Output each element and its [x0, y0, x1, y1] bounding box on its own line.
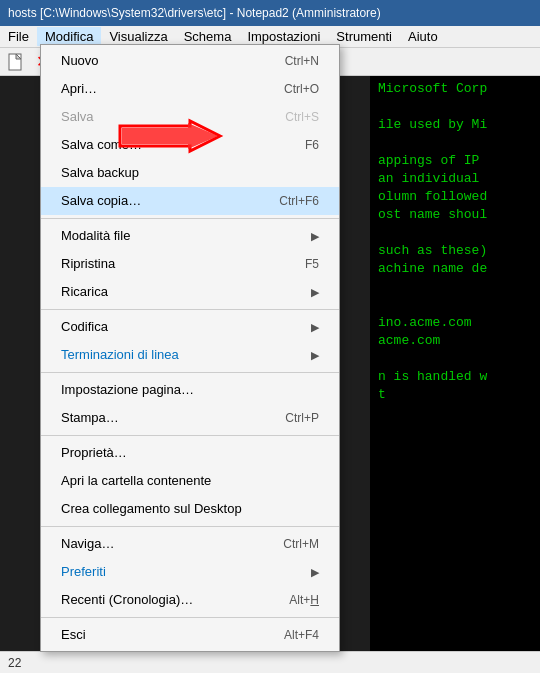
ricarica-arrow-icon: ▶: [311, 282, 319, 302]
status-line-number: 22: [8, 656, 21, 670]
editor-line: [378, 296, 532, 314]
menu-ricarica[interactable]: Ricarica ▶: [41, 278, 339, 306]
menu-proprieta[interactable]: Proprietà…: [41, 439, 339, 467]
menu-nuovo-shortcut: Ctrl+N: [285, 51, 319, 71]
editor-line: [378, 278, 532, 296]
menu-ripristina-shortcut: F5: [305, 254, 319, 274]
editor-line: acme.com: [378, 332, 532, 350]
menu-stampa[interactable]: Stampa… Ctrl+P: [41, 404, 339, 432]
menu-crea-collegamento[interactable]: Crea collegamento sul Desktop: [41, 495, 339, 523]
menu-preferiti-label: Preferiti: [61, 562, 106, 582]
menu-recenti-label: Recenti (Cronologia)…: [61, 590, 193, 610]
editor-line: olumn followed: [378, 188, 532, 206]
menu-crea-collegamento-label: Crea collegamento sul Desktop: [61, 499, 242, 519]
menu-codifica-label: Codifica: [61, 317, 108, 337]
svg-rect-0: [9, 54, 21, 70]
menu-recenti[interactable]: Recenti (Cronologia)… Alt+H: [41, 586, 339, 614]
separator-6: [41, 617, 339, 618]
title-bar: hosts [C:\Windows\System32\drivers\etc] …: [0, 0, 540, 26]
editor-line: ost name shoul: [378, 206, 532, 224]
editor-line: n is handled w: [378, 368, 532, 386]
menu-naviga[interactable]: Naviga… Ctrl+M: [41, 530, 339, 558]
menu-salva-copia[interactable]: Salva copia… Ctrl+F6: [41, 187, 339, 215]
editor-line: ino.acme.com: [378, 314, 532, 332]
menu-apri[interactable]: Apri… Ctrl+O: [41, 75, 339, 103]
menu-recenti-shortcut: Alt+H: [289, 590, 319, 610]
menu-nuovo-label: Nuovo: [61, 51, 99, 71]
menu-esci-shortcut: Alt+F4: [284, 625, 319, 645]
separator-4: [41, 435, 339, 436]
menu-apri-shortcut: Ctrl+O: [284, 79, 319, 99]
menu-salva-copia-label: Salva copia…: [61, 191, 141, 211]
menu-nuovo[interactable]: Nuovo Ctrl+N: [41, 47, 339, 75]
menu-esci-label: Esci: [61, 625, 86, 645]
preferiti-arrow-icon: ▶: [311, 562, 319, 582]
editor-area: Microsoft Corp ile used by Mi appings of…: [370, 76, 540, 673]
editor-line: t: [378, 386, 532, 404]
menu-salva-copia-shortcut: Ctrl+F6: [279, 191, 319, 211]
menu-stampa-shortcut: Ctrl+P: [285, 408, 319, 428]
new-icon: [6, 52, 26, 72]
menu-preferiti[interactable]: Preferiti ▶: [41, 558, 339, 586]
title-text: hosts [C:\Windows\System32\drivers\etc] …: [8, 6, 381, 20]
menu-stampa-label: Stampa…: [61, 408, 119, 428]
menu-proprieta-label: Proprietà…: [61, 443, 127, 463]
editor-line: [378, 98, 532, 116]
modalita-file-arrow-icon: ▶: [311, 226, 319, 246]
menu-ricarica-label: Ricarica: [61, 282, 108, 302]
status-bar: 22: [0, 651, 540, 673]
separator-5: [41, 526, 339, 527]
menu-naviga-shortcut: Ctrl+M: [283, 534, 319, 554]
menu-file[interactable]: File: [0, 27, 37, 46]
menu-apri-cartella-label: Apri la cartella contenente: [61, 471, 211, 491]
menu-salva-shortcut: Ctrl+S: [285, 107, 319, 127]
menu-terminazioni[interactable]: Terminazioni di linea ▶: [41, 341, 339, 369]
editor-line: [378, 224, 532, 242]
editor-line: such as these): [378, 242, 532, 260]
menu-impostazione-pagina[interactable]: Impostazione pagina…: [41, 376, 339, 404]
menu-terminazioni-label: Terminazioni di linea: [61, 345, 179, 365]
menu-esci[interactable]: Esci Alt+F4: [41, 621, 339, 649]
menu-apri-cartella[interactable]: Apri la cartella contenente: [41, 467, 339, 495]
codifica-arrow-icon: ▶: [311, 317, 319, 337]
terminazioni-arrow-icon: ▶: [311, 345, 319, 365]
menu-salva-backup[interactable]: Salva backup: [41, 159, 339, 187]
menu-aiuto[interactable]: Aiuto: [400, 27, 446, 46]
menu-ripristina[interactable]: Ripristina F5: [41, 250, 339, 278]
separator-1: [41, 218, 339, 219]
menu-codifica[interactable]: Codifica ▶: [41, 313, 339, 341]
editor-line: appings of IP: [378, 152, 532, 170]
menu-salva-label: Salva: [61, 107, 94, 127]
editor-line: [378, 134, 532, 152]
toolbar-new-btn[interactable]: [4, 51, 28, 73]
editor-line: achine name de: [378, 260, 532, 278]
separator-3: [41, 372, 339, 373]
menu-naviga-label: Naviga…: [61, 534, 114, 554]
menu-impostazione-pagina-label: Impostazione pagina…: [61, 380, 194, 400]
menu-salva-come-shortcut: F6: [305, 135, 319, 155]
separator-2: [41, 309, 339, 310]
menu-modalita-file-label: Modalità file: [61, 226, 130, 246]
editor-line: an individual: [378, 170, 532, 188]
editor-line: Microsoft Corp: [378, 80, 532, 98]
editor-line: ile used by Mi: [378, 116, 532, 134]
menu-modalita-file[interactable]: Modalità file ▶: [41, 222, 339, 250]
menu-apri-label: Apri…: [61, 79, 97, 99]
menu-ripristina-label: Ripristina: [61, 254, 115, 274]
menu-salva-backup-label: Salva backup: [61, 163, 139, 183]
editor-line: [378, 350, 532, 368]
red-arrow-annotation: [100, 116, 230, 156]
